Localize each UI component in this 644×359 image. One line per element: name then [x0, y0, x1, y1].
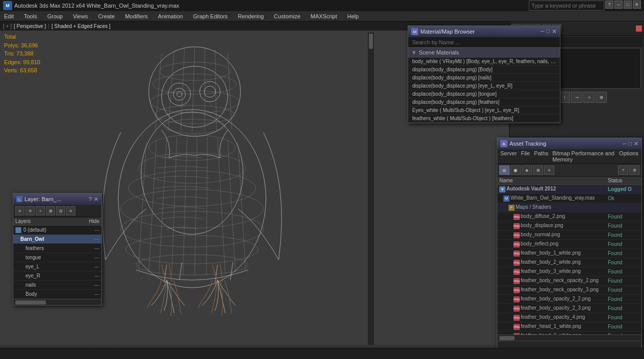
menu-item-graph editors[interactable]: Graph Editors [191, 13, 230, 19]
at-btn-1[interactable]: ▤ [499, 165, 509, 175]
at-row-5[interactable]: PNGbody_normal.pngFound [497, 231, 641, 240]
menu-item-modifiers[interactable]: Modifiers [123, 13, 150, 19]
layers-row-3[interactable]: tongue— [13, 253, 101, 262]
layers-row-5[interactable]: eye_R— [13, 271, 101, 281]
layer-name-0: 0 (default) [23, 227, 84, 233]
layer-vis-0[interactable]: — [84, 227, 99, 233]
menu-item-animation[interactable]: Animation [156, 13, 185, 19]
mat-min-btn[interactable]: ─ [541, 28, 545, 35]
at-menu-bitmap-performance-and-memory[interactable]: Bitmap Performance and Memory [552, 150, 615, 162]
layers-row-0[interactable]: 0 (default)— [13, 226, 101, 235]
layers-close-btn[interactable]: ✕ [94, 196, 98, 203]
mat-item-7[interactable]: feathers_white ( Multi/Sub-Object ) [fea… [408, 115, 560, 123]
menu-item-create[interactable]: Create [96, 13, 117, 19]
at-btn-4[interactable]: ⊞ [533, 165, 543, 175]
menu-item-edit[interactable]: Edit [2, 13, 16, 19]
vscroll-thumb[interactable] [369, 34, 373, 49]
at-btn-5[interactable]: ≡ [544, 165, 554, 175]
mat-collapse-icon[interactable]: ▼ [411, 49, 417, 56]
layer-vis-3[interactable]: — [84, 255, 99, 260]
at-help-btn[interactable]: ? [618, 165, 628, 175]
at-row-14[interactable]: PNGfeather_body_opacity_4.pngFound [497, 313, 641, 322]
at-max-btn[interactable]: □ [628, 141, 632, 147]
layer-vis-2[interactable]: — [84, 245, 99, 251]
at-menu-file[interactable]: File [521, 150, 530, 162]
mod-more-btn[interactable]: ⊞ [596, 92, 607, 103]
layer-checkbox-0[interactable] [15, 227, 21, 233]
menu-item-help[interactable]: Help [345, 13, 361, 19]
mat-search-input[interactable] [408, 37, 560, 48]
at-menu-server[interactable]: Server [500, 150, 517, 162]
layers-btn-5[interactable]: ⊟ [56, 206, 65, 215]
layers-row-4[interactable]: eye_L— [13, 262, 101, 271]
at-row-6[interactable]: PNGbody_reflect.pngFound [497, 240, 641, 249]
layers-row-1[interactable]: Barn_Owl— [13, 235, 101, 244]
at-row-8[interactable]: PNGfeather_body_2_white.pngFound [497, 258, 641, 267]
mat-item-4[interactable]: displace(body_displace.png) [tongue] [408, 90, 560, 98]
at-btn-3[interactable]: ◈ [522, 165, 532, 175]
at-row-11[interactable]: PNGfeather_body_neck_opacity_3.pngFound [497, 286, 641, 295]
layers-row-6[interactable]: nails— [13, 281, 101, 290]
layer-vis-4[interactable]: — [84, 264, 99, 269]
at-row-3[interactable]: PNGbody_diffuse_2.pngFound [497, 212, 641, 222]
at-row-12[interactable]: PNGfeather_body_opacity_2_2.pngFound [497, 295, 641, 304]
at-menu-paths[interactable]: Paths [534, 150, 548, 162]
at-row-15[interactable]: PNGfeather_head_1_white.pngFound [497, 322, 641, 332]
at-scrollbar-h[interactable] [497, 335, 641, 341]
at-menu-options[interactable]: Options [619, 150, 638, 162]
at-row-status-10: Found [606, 278, 641, 284]
layers-btn-6[interactable]: ≡ [66, 206, 75, 215]
mat-item-2[interactable]: displace(body_displace.png) [nails] [408, 74, 560, 82]
at-row-13[interactable]: PNGfeather_body_opacity_2_3.pngFound [497, 304, 641, 313]
mod-link-btn[interactable]: ⊸ [571, 92, 582, 103]
mat-item-0[interactable]: body_white ( VRayMtl ) [Body, eye_L, eye… [408, 58, 560, 66]
layers-btn-4[interactable]: ⊞ [46, 206, 55, 215]
mat-item-3[interactable]: displace(body_displace.png) [eye_L, eye_… [408, 82, 560, 90]
mod-unlink-btn[interactable]: ⊹ [583, 92, 595, 103]
menu-item-group[interactable]: Group [45, 13, 65, 19]
at-row-10[interactable]: PNGfeather_body_neck_opacity_2.pngFound [497, 277, 641, 286]
mat-item-6[interactable]: Eyes_white ( Multi/Sub-Object ) [eye_L, … [408, 106, 560, 115]
at-settings-btn[interactable]: ⚙ [629, 165, 639, 175]
layers-btn-3[interactable]: + [36, 206, 45, 215]
mat-close-btn[interactable]: ✕ [552, 28, 557, 35]
menu-item-rendering[interactable]: Rendering [236, 13, 266, 19]
layers-question-btn[interactable]: ? [89, 196, 92, 203]
at-row-1[interactable]: MWhite_Barn_Owl_Standing_vray.maxOk [497, 194, 641, 203]
at-hscroll-thumb[interactable] [499, 336, 515, 340]
at-row-9[interactable]: PNGfeather_body_3_white.pngFound [497, 267, 641, 277]
mat-item-5[interactable]: displace(body_displace.png) [feathers] [408, 98, 560, 106]
layers-scroll-thumb[interactable] [15, 300, 46, 305]
at-row-4[interactable]: PNGbody_displace.pngFound [497, 222, 641, 231]
main-search-input[interactable] [529, 1, 604, 11]
menu-item-views[interactable]: Views [71, 13, 90, 19]
mat-item-1[interactable]: displace(body_displace.png) [Body] [408, 66, 560, 74]
minimize-btn[interactable]: ─ [614, 1, 623, 9]
layer-vis-7[interactable]: — [84, 291, 99, 297]
mat-max-btn[interactable]: □ [546, 28, 550, 35]
at-row-0[interactable]: VAutodesk Vault 2012Logged O [497, 185, 641, 194]
at-btn-2[interactable]: ▣ [511, 165, 521, 175]
mod-move-btn[interactable]: ↕ [559, 92, 570, 103]
layers-row-2[interactable]: feathers— [13, 244, 101, 253]
menu-item-tools[interactable]: Tools [22, 13, 39, 19]
close-btn[interactable]: ✕ [633, 1, 641, 9]
layers-btn-2[interactable]: ✕ [25, 206, 35, 215]
at-row-7[interactable]: PNGfeather_body_1_white.pngFound [497, 249, 641, 258]
layer-vis-6[interactable]: — [84, 282, 99, 288]
maximize-btn[interactable]: □ [624, 1, 632, 9]
layer-vis-5[interactable]: — [84, 273, 99, 279]
at-row-2[interactable]: FMaps / Shaders [497, 203, 641, 212]
at-close-btn[interactable]: ✕ [634, 141, 638, 147]
layer-vis-1[interactable]: — [84, 236, 99, 242]
menu-item-customize[interactable]: Customize [272, 13, 303, 19]
layers-btn-1[interactable]: ≡ [15, 206, 24, 215]
layers-scrollbar[interactable] [13, 299, 101, 305]
at-scroll-area[interactable]: VAutodesk Vault 2012Logged OMWhite_Barn_… [497, 185, 641, 335]
at-min-btn[interactable]: ─ [623, 141, 627, 147]
help-btn[interactable]: ? [605, 1, 613, 9]
menu-item-maxscript[interactable]: MAXScript [309, 13, 339, 19]
rp-color-swatch[interactable] [636, 25, 642, 32]
layers-row-7[interactable]: Body— [13, 290, 101, 299]
viewport-vscroll[interactable] [368, 33, 374, 345]
